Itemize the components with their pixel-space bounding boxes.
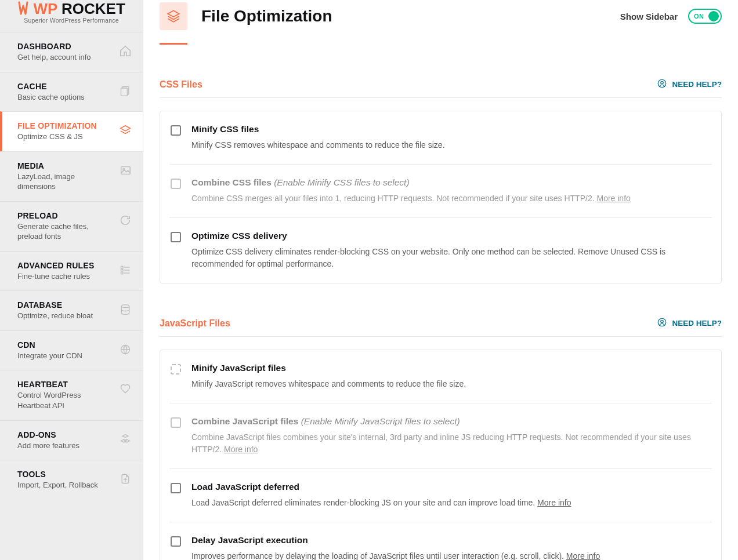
svg-point-18 xyxy=(661,320,664,323)
nav-item-media[interactable]: MEDIA LazyLoad, image dimensions xyxy=(0,151,143,201)
nav-title: FILE OPTIMIZATION xyxy=(17,121,114,130)
need-help-js[interactable]: NEED HELP? xyxy=(657,317,722,329)
nav-desc: Integrate your CDN xyxy=(17,351,114,361)
need-help-css[interactable]: NEED HELP? xyxy=(657,78,722,90)
nav-item-database[interactable]: DATABASE Optimize, reduce bloat xyxy=(0,290,143,330)
nav-desc: Fine-tune cache rules xyxy=(17,271,114,282)
nav-desc: Control WordPress Heartbeat API xyxy=(17,390,114,410)
option-desc: Improves performance by delaying the loa… xyxy=(191,550,711,560)
nav-desc: Import, Export, Rollback xyxy=(17,480,114,490)
nav-desc: Optimize, reduce bloat xyxy=(17,311,114,321)
svg-point-17 xyxy=(659,318,667,326)
svg-marker-14 xyxy=(168,10,179,17)
nav-item-heartbeat[interactable]: HEARTBEAT Control WordPress Heartbeat AP… xyxy=(0,370,143,420)
main-content: File Optimization Show Sidebar ON CSS Fi… xyxy=(143,0,738,560)
section-title-css: CSS Files xyxy=(160,79,202,90)
option-combine-css: Combine CSS files (Enable Minify CSS fil… xyxy=(169,164,712,217)
option-desc: Minify JavaScript removes whitespace and… xyxy=(191,378,711,390)
active-tab-indicator xyxy=(160,43,187,45)
home-icon xyxy=(118,44,132,58)
nav-title: ADVANCED RULES xyxy=(17,261,114,270)
brand-tagline: Superior WordPress Performance xyxy=(9,17,133,24)
nav-title: HEARTBEAT xyxy=(17,380,114,389)
nav-desc: Basic cache options xyxy=(17,92,114,103)
checkbox-delay-js[interactable] xyxy=(171,536,181,547)
refresh-icon xyxy=(118,213,132,227)
section-title-js: JavaScript Files xyxy=(160,318,230,329)
nav-title: CDN xyxy=(17,340,114,350)
nav-item-dashboard[interactable]: DASHBOARD Get help, account info xyxy=(0,32,143,72)
nav-item-cache[interactable]: CACHE Basic cache options xyxy=(0,72,143,112)
show-sidebar-toggle[interactable]: ON xyxy=(688,9,722,24)
more-info-link[interactable]: More info xyxy=(537,498,571,507)
nav-item-cdn[interactable]: CDN Integrate your CDN xyxy=(0,330,143,370)
option-hint: (Enable Minify JavaScript files to selec… xyxy=(301,416,460,426)
svg-rect-7 xyxy=(121,269,123,271)
svg-rect-1 xyxy=(121,88,128,96)
option-defer-js: Load JavaScript deferred Load JavaScript… xyxy=(169,468,712,522)
more-info-link[interactable]: More info xyxy=(566,551,600,560)
nav-item-tools[interactable]: TOOLS Import, Export, Rollback xyxy=(0,460,143,500)
option-label: Combine JavaScript files (Enable Minify … xyxy=(191,416,711,427)
files-icon xyxy=(118,84,132,98)
brand-logo: WP ROCKET Superior WordPress Performance xyxy=(0,0,143,32)
section-css: CSS Files NEED HELP? Minify CSS files Mi… xyxy=(160,78,722,283)
nav-title: ADD-ONS xyxy=(17,430,114,439)
more-info-link[interactable]: More info xyxy=(224,445,258,454)
option-label: Load JavaScript deferred xyxy=(191,482,711,492)
help-icon xyxy=(657,78,667,90)
show-sidebar-label: Show Sidebar xyxy=(620,12,678,21)
page-title: File Optimization xyxy=(201,7,332,26)
more-info-link[interactable]: More info xyxy=(596,194,630,203)
option-label: Delay JavaScript execution xyxy=(191,535,711,546)
option-desc: Load JavaScript deferred eliminates rend… xyxy=(191,497,711,509)
svg-rect-9 xyxy=(121,272,123,274)
nav-desc: Optimize CSS & JS xyxy=(17,132,114,142)
page-header: File Optimization Show Sidebar ON xyxy=(160,0,722,30)
checkbox-minify-js[interactable] xyxy=(171,364,181,374)
nav: DASHBOARD Get help, account info CACHE B… xyxy=(0,32,143,500)
option-desc: Combine CSS merges all your files into 1… xyxy=(191,192,711,205)
checkbox-minify-css[interactable] xyxy=(171,125,181,136)
nav-title: DASHBOARD xyxy=(17,42,114,51)
import-export-icon xyxy=(118,472,132,486)
sidebar: WP ROCKET Superior WordPress Performance… xyxy=(0,0,143,560)
image-icon xyxy=(118,163,132,177)
sliders-icon xyxy=(118,263,132,277)
option-label: Minify JavaScript files xyxy=(191,363,711,373)
brand-rocket: ROCKET xyxy=(57,0,125,17)
svg-point-16 xyxy=(661,81,664,84)
checkbox-optimize-css[interactable] xyxy=(171,232,181,242)
nav-item-preload[interactable]: PRELOAD Generate cache files, preload fo… xyxy=(0,201,143,251)
svg-point-11 xyxy=(121,305,129,308)
page-layers-icon xyxy=(160,2,187,30)
option-optimize-css: Optimize CSS delivery Optimize CSS deliv… xyxy=(169,217,712,283)
option-label: Minify CSS files xyxy=(191,124,711,134)
option-desc: Optimize CSS delivery eliminates render-… xyxy=(191,246,711,270)
need-help-label: NEED HELP? xyxy=(672,80,722,89)
option-desc: Combine JavaScript files combines your s… xyxy=(191,431,711,456)
nav-desc: Get help, account info xyxy=(17,52,114,63)
help-icon xyxy=(657,317,667,329)
checkbox-defer-js[interactable] xyxy=(171,483,181,493)
globe-icon xyxy=(118,343,132,357)
nav-title: TOOLS xyxy=(17,470,114,479)
svg-marker-2 xyxy=(121,126,131,131)
option-hint: (Enable Minify CSS files to select) xyxy=(274,177,409,187)
checkbox-combine-css xyxy=(171,179,181,189)
nav-item-addons[interactable]: ADD-ONS Add more features xyxy=(0,420,143,460)
nav-item-file-optimization[interactable]: FILE OPTIMIZATION Optimize CSS & JS xyxy=(0,111,143,151)
option-desc: Minify CSS removes whitespace and commen… xyxy=(191,139,711,151)
database-icon xyxy=(118,303,132,317)
option-label: Optimize CSS delivery xyxy=(191,231,711,241)
option-label: Combine CSS files (Enable Minify CSS fil… xyxy=(191,177,711,188)
panel-js: Minify JavaScript files Minify JavaScrip… xyxy=(160,350,722,560)
nav-item-advanced-rules[interactable]: ADVANCED RULES Fine-tune cache rules xyxy=(0,251,143,291)
svg-rect-3 xyxy=(121,166,130,174)
nav-title: PRELOAD xyxy=(17,211,114,220)
section-js: JavaScript Files NEED HELP? Minify JavaS… xyxy=(160,317,722,560)
nav-title: MEDIA xyxy=(17,161,114,170)
boxes-icon xyxy=(118,432,132,446)
toggle-on-text: ON xyxy=(694,13,704,20)
option-combine-js: Combine JavaScript files (Enable Minify … xyxy=(169,403,712,468)
